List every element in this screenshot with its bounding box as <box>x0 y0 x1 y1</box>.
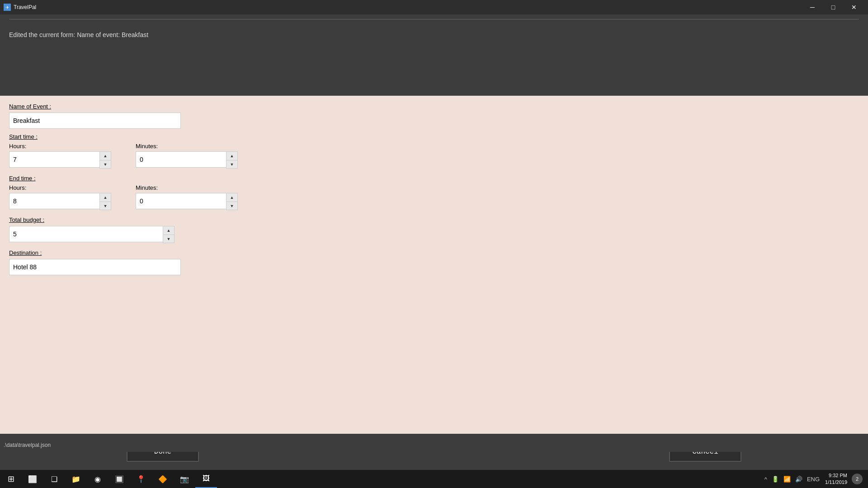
tray-battery-icon[interactable]: 🔋 <box>771 475 780 483</box>
end-time-group: End time : Hours: ▲ ▼ Minutes: <box>9 175 859 210</box>
title-bar-left: ✈ TravelPal <box>4 4 36 11</box>
taskbar-search-button[interactable]: ⬜ <box>22 470 43 488</box>
taskbar-maps-button[interactable]: 📍 <box>130 470 152 488</box>
budget-spinner: ▲ ▼ <box>9 226 181 243</box>
taskbar-orange-button[interactable]: 🔶 <box>152 470 174 488</box>
budget-label: Total budget : <box>9 216 859 223</box>
start-hours-up-button[interactable]: ▲ <box>100 152 111 160</box>
end-hours-input[interactable] <box>9 193 99 209</box>
status-path: .\data\travelpal.json <box>4 442 51 448</box>
budget-field-group: Total budget : ▲ ▼ <box>9 216 859 243</box>
taskbar-right: ^ 🔋 📶 🔊 ENG 9:32 PM 1/11/2019 2 <box>764 472 868 486</box>
tray-lang-label[interactable]: ENG <box>806 475 821 483</box>
destination-field-group: Destination : <box>9 249 859 275</box>
name-field-group: Name of Event : <box>9 103 859 129</box>
name-label: Name of Event : <box>9 103 859 110</box>
start-minutes-spinner: ▲ ▼ <box>136 151 244 169</box>
start-hours-col: Hours: ▲ ▼ <box>9 143 118 169</box>
taskbar-taskview-button[interactable]: ❑ <box>43 470 65 488</box>
start-minutes-label: Minutes: <box>136 143 244 150</box>
taskbar-app-button[interactable]: 🖼 <box>195 470 217 488</box>
start-minutes-up-button[interactable]: ▲ <box>226 152 237 160</box>
tray-audio-icon[interactable]: 🔊 <box>794 475 803 483</box>
end-minutes-up-button[interactable]: ▲ <box>226 193 237 202</box>
start-button[interactable]: ⊞ <box>0 470 22 488</box>
minimize-button[interactable]: ─ <box>802 0 823 14</box>
start-hours-label: Hours: <box>9 143 118 150</box>
taskbar-time-display[interactable]: 9:32 PM 1/11/2019 <box>825 472 847 486</box>
status-bar: .\data\travelpal.json <box>0 438 868 452</box>
form-area: Name of Event : Start time : Hours: ▲ ▼ <box>0 96 868 434</box>
header-divider <box>9 19 859 19</box>
start-hours-spinner: ▲ ▼ <box>9 151 118 169</box>
taskbar-chrome-button[interactable]: ◉ <box>87 470 108 488</box>
header-message: Edited the current form: Name of event: … <box>9 31 859 38</box>
start-hours-down-button[interactable]: ▼ <box>100 160 111 168</box>
app-title: TravelPal <box>14 4 36 10</box>
main-content: Edited the current form: Name of event: … <box>0 14 868 470</box>
taskbar-camera-button[interactable]: 📷 <box>174 470 195 488</box>
taskbar: ⊞ ⬜ ❑ 📁 ◉ 🔲 📍 🔶 📷 🖼 ^ 🔋 📶 🔊 ENG 9:32 PM … <box>0 470 868 488</box>
tray-chevron-icon[interactable]: ^ <box>764 475 768 483</box>
end-minutes-down-button[interactable]: ▼ <box>226 202 237 210</box>
budget-up-button[interactable]: ▲ <box>163 226 174 235</box>
close-button[interactable]: ✕ <box>844 0 864 14</box>
start-time-row: Hours: ▲ ▼ Minutes: ▲ <box>9 143 859 169</box>
end-time-row: Hours: ▲ ▼ Minutes: ▲ <box>9 184 859 210</box>
end-hours-col: Hours: ▲ ▼ <box>9 184 118 210</box>
destination-label: Destination : <box>9 249 859 256</box>
taskbar-time: 9:32 PM <box>825 472 847 479</box>
taskbar-left: ⊞ ⬜ ❑ 📁 ◉ 🔲 📍 🔶 📷 🖼 <box>0 470 217 488</box>
title-bar: ✈ TravelPal ─ □ ✕ <box>0 0 868 14</box>
budget-down-button[interactable]: ▼ <box>163 235 174 243</box>
taskbar-tray-icons: ^ 🔋 📶 🔊 ENG <box>764 475 821 483</box>
tray-network-icon[interactable]: 📶 <box>783 475 792 483</box>
name-input[interactable] <box>9 113 181 129</box>
destination-input[interactable] <box>9 259 181 275</box>
start-time-group: Start time : Hours: ▲ ▼ Minutes: <box>9 133 859 169</box>
end-minutes-input[interactable] <box>136 193 226 209</box>
end-minutes-label: Minutes: <box>136 184 244 191</box>
start-minutes-input[interactable] <box>136 151 226 168</box>
end-time-label: End time : <box>9 175 859 182</box>
maximize-button[interactable]: □ <box>823 0 844 14</box>
start-time-label: Start time : <box>9 133 859 140</box>
start-minutes-col: Minutes: ▲ ▼ <box>136 143 244 169</box>
taskbar-explorer-button[interactable]: 📁 <box>65 470 87 488</box>
title-bar-controls: ─ □ ✕ <box>802 0 864 14</box>
app-icon: ✈ <box>4 4 11 11</box>
taskbar-date: 1/11/2019 <box>825 479 847 486</box>
end-hours-spinner: ▲ ▼ <box>9 193 118 210</box>
budget-input[interactable] <box>9 226 163 242</box>
start-hours-input[interactable] <box>9 151 99 168</box>
taskbar-idea-button[interactable]: 🔲 <box>108 470 130 488</box>
end-minutes-spinner: ▲ ▼ <box>136 193 244 210</box>
notification-button[interactable]: 2 <box>852 474 863 484</box>
end-minutes-col: Minutes: ▲ ▼ <box>136 184 244 210</box>
end-hours-label: Hours: <box>9 184 118 191</box>
app-header: Edited the current form: Name of event: … <box>0 14 868 96</box>
end-hours-up-button[interactable]: ▲ <box>100 193 111 202</box>
end-hours-down-button[interactable]: ▼ <box>100 202 111 210</box>
start-minutes-down-button[interactable]: ▼ <box>226 160 237 168</box>
